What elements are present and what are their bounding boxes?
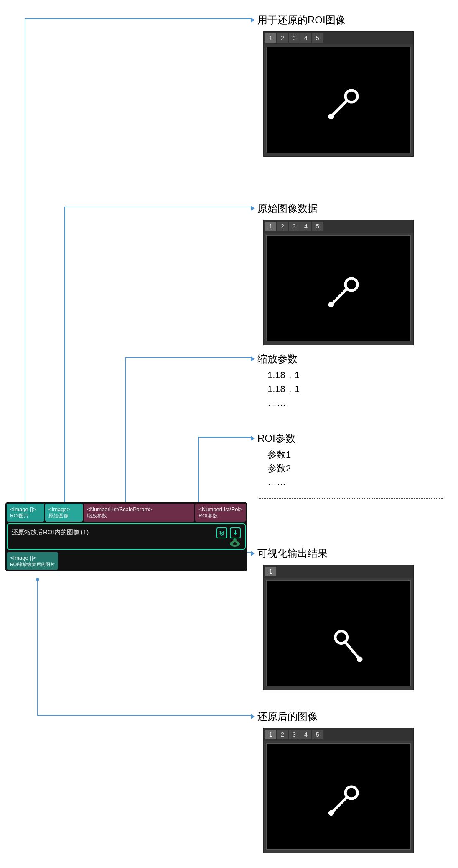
- port-roi-image[interactable]: <Image []> ROI图片: [7, 504, 44, 522]
- thumb-tab[interactable]: 3: [289, 33, 300, 43]
- port-label: 缩放参数: [87, 513, 191, 519]
- arrow-right-icon: [251, 356, 255, 361]
- annotation-vis-title: 可视化输出结果: [251, 547, 328, 560]
- annotation-label: 缩放参数: [257, 352, 298, 366]
- thumb-image: [266, 235, 411, 341]
- arrow-right-icon: [251, 18, 255, 23]
- input-ports: <Image []> ROI图片 <Image> 原始图像 <NumberLis…: [7, 504, 246, 522]
- thumb-tab[interactable]: 2: [277, 222, 288, 231]
- node-action-icons: [216, 527, 241, 538]
- collapse-icon[interactable]: [216, 527, 227, 538]
- svg-line-16: [344, 642, 360, 658]
- svg-point-18: [346, 787, 358, 799]
- key-shape-icon: [325, 85, 363, 123]
- section-divider: [259, 498, 443, 499]
- svg-line-10: [332, 289, 347, 304]
- annotation-roiparam-body: 参数1 参数2 ……: [267, 448, 291, 489]
- thumb-tabs: 1 2 3 4 5: [264, 32, 413, 44]
- thumb-tab[interactable]: 4: [300, 730, 311, 739]
- annotation-label: 还原后的图像: [257, 710, 318, 723]
- svg-point-5: [36, 578, 39, 581]
- svg-point-20: [330, 812, 333, 814]
- thumb-panel-restored: 1 2 3 4 5: [263, 728, 414, 853]
- visualize-icon[interactable]: [229, 538, 241, 547]
- thumb-tab[interactable]: 5: [312, 730, 323, 739]
- key-shape-icon: [325, 273, 363, 311]
- annotation-label: 可视化输出结果: [257, 547, 328, 560]
- arrow-right-icon: [251, 436, 255, 441]
- operator-node: <Image []> ROI图片 <Image> 原始图像 <NumberLis…: [5, 502, 247, 571]
- key-shape-icon: [325, 781, 363, 819]
- port-scale-param[interactable]: <NumberList/ScaleParam> 缩放参数: [84, 504, 194, 522]
- thumb-image: [266, 47, 411, 153]
- run-icon[interactable]: [230, 527, 241, 538]
- svg-point-14: [233, 538, 237, 542]
- port-label: 原始图像: [48, 513, 79, 519]
- port-orig-image[interactable]: <Image> 原始图像: [45, 504, 83, 522]
- arrow-right-icon: [251, 551, 255, 556]
- thumb-tab[interactable]: 1: [265, 567, 276, 576]
- svg-point-6: [346, 90, 358, 102]
- roi-param-line: 参数1: [267, 448, 291, 461]
- thumb-tab[interactable]: 4: [300, 33, 311, 43]
- thumb-tab[interactable]: 1: [265, 222, 276, 231]
- thumb-tabs: 1: [264, 565, 413, 578]
- port-label: ROI缩放恢复后的图片: [10, 562, 55, 568]
- thumb-tab[interactable]: 5: [312, 222, 323, 231]
- thumb-panel-orig: 1 2 3 4 5: [263, 220, 414, 345]
- annotation-roiparam-title: ROI参数: [251, 432, 295, 445]
- thumb-panel-vis: 1: [263, 565, 414, 690]
- svg-point-13: [233, 542, 237, 545]
- svg-line-7: [332, 101, 347, 116]
- scale-param-line: 1.18，1: [267, 382, 300, 396]
- svg-line-19: [332, 797, 347, 812]
- thumb-image: [266, 743, 411, 850]
- svg-point-17: [358, 658, 361, 661]
- annotation-label: 原始图像数据: [257, 202, 318, 215]
- port-type: <Image []>: [10, 555, 36, 561]
- thumb-image: [266, 580, 411, 686]
- port-type: <NumberList/ScaleParam>: [87, 506, 152, 512]
- thumb-tab[interactable]: 3: [289, 222, 300, 231]
- port-type: <NumberList/Roi>: [198, 506, 242, 512]
- annotation-scale-title: 缩放参数: [251, 352, 298, 366]
- scale-param-line: ……: [267, 396, 300, 410]
- key-shape-icon: [328, 625, 369, 666]
- svg-point-8: [330, 115, 333, 118]
- arrow-right-icon: [251, 206, 255, 211]
- port-label: ROI参数: [198, 513, 242, 519]
- annotation-roi-image-title: 用于还原的ROI图像: [251, 13, 346, 27]
- annotation-restored-title: 还原后的图像: [251, 710, 318, 723]
- port-label: ROI图片: [10, 513, 41, 519]
- svg-point-9: [346, 279, 358, 291]
- roi-param-line: 参数2: [267, 461, 291, 475]
- thumb-tab[interactable]: 2: [277, 730, 288, 739]
- svg-point-11: [330, 303, 333, 306]
- port-output[interactable]: <Image []> ROI缩放恢复后的图片: [7, 552, 58, 570]
- annotation-orig-title: 原始图像数据: [251, 202, 318, 215]
- thumb-tabs: 1 2 3 4 5: [264, 728, 413, 741]
- thumb-tab[interactable]: 2: [277, 33, 288, 43]
- thumb-tabs: 1 2 3 4 5: [264, 220, 413, 233]
- port-type: <Image []>: [10, 506, 36, 512]
- port-roi-param[interactable]: <NumberList/Roi> ROI参数: [195, 504, 246, 522]
- node-body: 还原缩放后ROI内的图像 (1): [7, 523, 246, 550]
- roi-param-line: ……: [267, 475, 291, 489]
- scale-param-line: 1.18，1: [267, 368, 300, 382]
- port-type: <Image>: [48, 506, 70, 512]
- thumb-panel-roi: 1 2 3 4 5: [263, 31, 414, 157]
- thumb-tab[interactable]: 1: [265, 730, 276, 739]
- annotation-label: 用于还原的ROI图像: [257, 13, 346, 27]
- annotation-label: ROI参数: [257, 432, 295, 445]
- thumb-tab[interactable]: 4: [300, 222, 311, 231]
- node-title: 还原缩放后ROI内的图像 (1): [12, 528, 89, 535]
- thumb-tab[interactable]: 5: [312, 33, 323, 43]
- thumb-tab[interactable]: 3: [289, 730, 300, 739]
- thumb-tab[interactable]: 1: [265, 33, 276, 43]
- annotation-scale-body: 1.18，1 1.18，1 ……: [267, 368, 300, 410]
- arrow-right-icon: [251, 714, 255, 719]
